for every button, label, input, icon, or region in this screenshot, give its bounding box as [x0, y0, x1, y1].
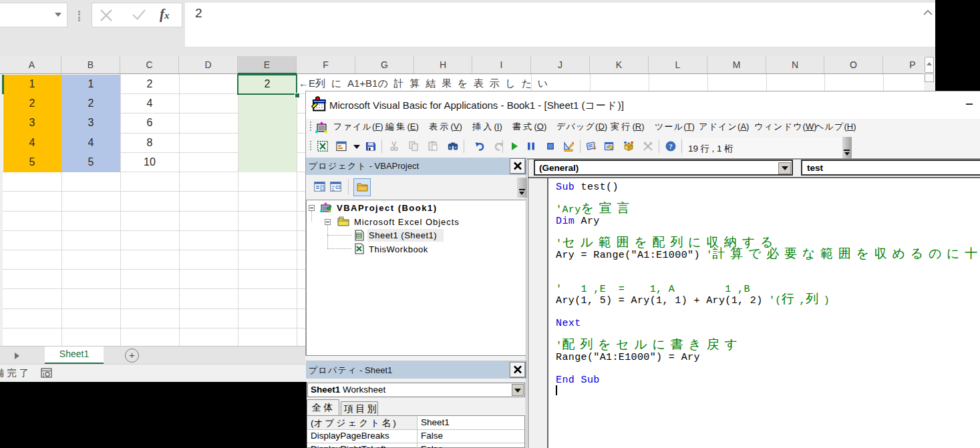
svg-text:?: ?	[669, 142, 673, 150]
